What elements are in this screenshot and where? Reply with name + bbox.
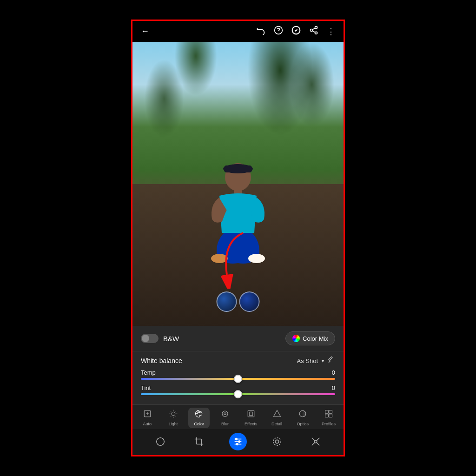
temp-label: Temp [141,369,156,376]
svg-point-46 [275,440,278,443]
action-healing[interactable] [307,433,324,450]
color-label: Color [194,422,205,426]
svg-point-4 [311,29,313,32]
bottom-actions [132,429,344,455]
svg-point-48 [314,440,317,443]
color-icon [195,410,203,420]
done-icon[interactable] [291,26,301,37]
svg-rect-10 [224,165,252,172]
person-figure [201,159,275,298]
action-circle[interactable] [152,433,169,450]
eyedropper-icon[interactable] [328,356,335,365]
svg-rect-32 [249,412,253,416]
svg-line-20 [171,411,171,411]
back-icon[interactable]: ← [141,26,149,36]
auto-label: Auto [143,422,152,426]
svg-point-5 [315,32,317,34]
tab-profiles[interactable]: Profiles [318,408,339,428]
svg-line-15 [329,361,331,363]
phone-frame: ← [131,20,345,456]
bw-row: B&W Color Mix [132,326,344,351]
svg-line-25 [175,411,176,411]
svg-line-21 [175,416,176,416]
undo-icon[interactable] [256,26,265,37]
svg-point-43 [235,438,237,440]
preview-circles [217,291,260,312]
svg-rect-36 [329,410,332,414]
svg-line-24 [171,416,171,416]
detail-label: Detail [271,422,282,426]
bottom-panel: B&W Color Mix White balance As Shot ▾ [132,326,344,455]
svg-point-17 [172,412,175,416]
top-toolbar: ← [132,21,344,42]
blur-label: Blur [221,422,229,426]
action-adjust[interactable] [229,433,247,450]
tint-label: Tint [141,384,151,391]
tab-blur[interactable]: Blur [214,408,236,428]
wb-label: White balance [141,357,182,364]
svg-point-30 [224,413,226,415]
svg-point-26 [197,413,198,414]
preview-circle-1 [217,291,237,312]
action-crop[interactable] [190,433,208,450]
tint-slider-row: Tint 0 [141,384,335,395]
tab-light[interactable]: Light [163,408,184,428]
bw-left: B&W [141,334,179,343]
effects-icon [247,410,255,420]
color-mix-button[interactable]: Color Mix [285,331,335,345]
tab-optics[interactable]: Optics [292,408,313,428]
optics-label: Optics [297,422,309,426]
tab-detail[interactable]: Detail [266,408,288,428]
svg-point-3 [315,26,317,29]
effects-label: Effects [245,422,257,426]
temp-thumb[interactable] [234,375,242,383]
color-mix-icon [292,335,300,342]
svg-point-12 [211,254,228,263]
action-selective[interactable] [268,433,286,450]
light-icon [169,410,178,420]
svg-marker-33 [273,410,280,417]
wb-row: White balance As Shot ▾ [141,356,335,365]
profiles-icon [324,410,333,420]
tool-tabs: Auto Light [132,404,344,429]
photo-background [132,42,344,326]
toggle-knob [142,335,149,342]
auto-icon [143,410,152,420]
svg-line-6 [312,31,315,32]
optics-icon [298,410,307,420]
tint-track[interactable] [141,393,335,395]
tab-effects[interactable]: Effects [240,408,262,428]
photo-area [132,42,344,326]
share-icon[interactable] [309,26,318,37]
svg-point-47 [273,438,281,446]
svg-rect-31 [248,410,254,417]
temp-value: 0 [332,369,335,376]
svg-rect-38 [329,414,332,417]
wb-value: As Shot ▾ [297,356,335,365]
help-icon[interactable] [274,26,283,37]
svg-point-29 [222,411,228,416]
tab-auto[interactable]: Auto [137,408,158,428]
svg-point-13 [248,254,265,263]
bw-toggle[interactable] [141,334,159,343]
temp-track[interactable] [141,378,335,380]
color-mix-label: Color Mix [303,335,328,342]
svg-line-7 [312,28,315,29]
svg-point-44 [238,441,240,443]
svg-rect-37 [325,414,329,417]
svg-point-27 [198,412,198,413]
wb-preset: As Shot [297,357,318,364]
white-balance-area: White balance As Shot ▾ Temp 0 [132,351,344,404]
svg-point-45 [236,443,238,445]
svg-point-39 [157,438,165,446]
bw-label: B&W [163,335,179,343]
preview-circle-2 [239,291,260,312]
tint-value: 0 [332,384,335,391]
tint-thumb[interactable] [234,390,242,398]
tab-color[interactable]: Color [188,408,210,428]
more-icon[interactable]: ⋮ [327,26,335,37]
svg-rect-35 [325,410,329,414]
temp-slider-row: Temp 0 [141,369,335,380]
svg-point-28 [199,412,200,413]
profiles-label: Profiles [322,422,336,426]
